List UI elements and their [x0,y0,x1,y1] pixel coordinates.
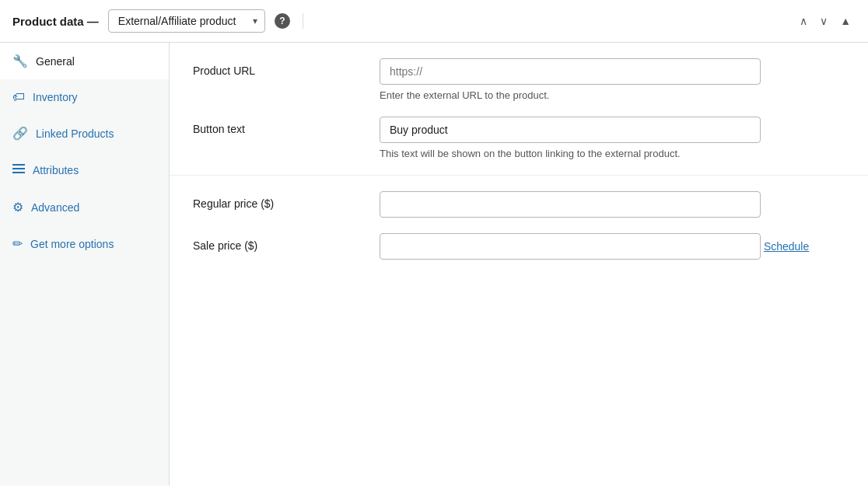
header-actions: ∧ ∨ ▲ [795,12,856,30]
sidebar-item-general[interactable]: 🔧 General [0,43,169,79]
product-url-row: Product URL Enter the external URL to th… [193,58,845,101]
list-icon [12,162,25,178]
regular-price-row: Regular price ($) [193,191,845,218]
price-section: Regular price ($) Sale price ($) Schedul… [170,176,868,291]
sidebar-item-label-get-more-options: Get more options [30,238,114,250]
sidebar-item-label-linked-products: Linked Products [36,127,114,140]
sale-price-row: Sale price ($) Schedule [193,233,845,260]
product-data-container: Product data — External/Affiliate produc… [0,0,868,486]
expand-button[interactable]: ▲ [835,12,856,30]
sidebar: 🔧 General 🏷 Inventory 🔗 Linked Products [0,43,170,486]
button-text-input[interactable] [380,117,761,143]
wrench-icon: 🔧 [12,54,28,68]
schedule-link[interactable]: Schedule [764,240,809,253]
product-type-select[interactable]: External/Affiliate product Simple produc… [108,9,265,33]
sidebar-item-inventory[interactable]: 🏷 Inventory [0,79,169,115]
sidebar-item-label-advanced: Advanced [31,201,79,214]
sale-price-content: Schedule [380,233,845,260]
svg-rect-1 [12,168,25,169]
sidebar-item-advanced[interactable]: ⚙ Advanced [0,189,169,225]
help-icon[interactable]: ? [275,13,290,29]
sidebar-item-get-more-options[interactable]: ✏ Get more options [0,225,169,262]
regular-price-content [380,191,845,218]
collapse-down-button[interactable]: ∨ [815,12,832,30]
svg-rect-2 [12,172,25,173]
sidebar-item-attributes[interactable]: Attributes [0,152,169,189]
product-url-help: Enter the external URL to the product. [380,89,761,101]
regular-price-input[interactable] [380,191,761,218]
tag-icon: 🏷 [12,90,25,104]
product-url-label: Product URL [193,58,380,77]
product-url-input[interactable] [380,58,761,85]
button-text-row: Button text This text will be shown on t… [193,117,845,159]
gear-icon: ⚙ [12,200,23,215]
button-text-label: Button text [193,117,380,135]
sidebar-item-label-attributes: Attributes [33,164,79,176]
product-type-wrapper: External/Affiliate product Simple produc… [108,9,265,33]
collapse-up-button[interactable]: ∧ [795,12,812,30]
main-content: Product URL Enter the external URL to th… [170,43,868,486]
url-button-section: Product URL Enter the external URL to th… [170,43,868,176]
button-text-content: This text will be shown on the button li… [380,117,845,159]
sale-price-input[interactable] [380,233,761,260]
sale-price-label: Sale price ($) [193,233,380,252]
svg-rect-0 [12,164,25,166]
button-text-help: This text will be shown on the button li… [380,148,761,159]
sidebar-item-label-general: General [36,55,75,68]
product-data-label: Product data — [12,15,99,28]
regular-price-label: Regular price ($) [193,191,380,210]
product-data-body: 🔧 General 🏷 Inventory 🔗 Linked Products [0,43,868,486]
pencil-icon: ✏ [12,236,23,251]
product-url-content: Enter the external URL to the product. [380,58,845,101]
link-icon: 🔗 [12,126,28,141]
header-divider [303,13,303,29]
sidebar-item-label-inventory: Inventory [33,91,78,103]
product-data-header: Product data — External/Affiliate produc… [0,0,868,43]
sidebar-item-linked-products[interactable]: 🔗 Linked Products [0,115,169,152]
